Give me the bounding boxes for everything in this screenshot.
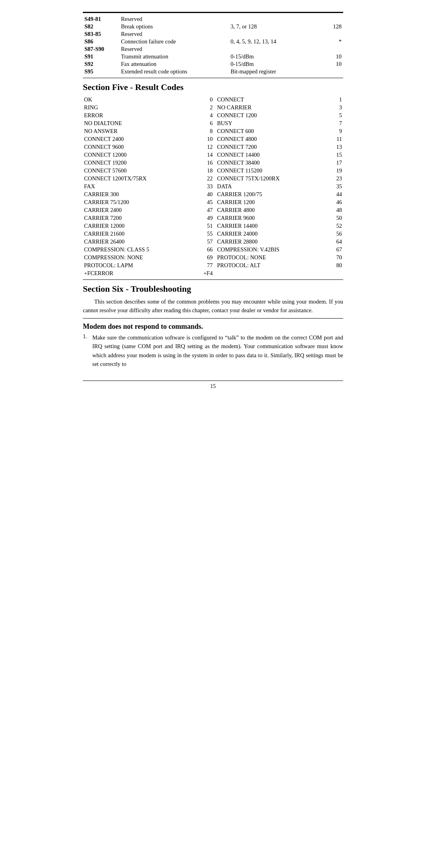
register-values: 0, 4, 5, 9, 12, 13, 14 bbox=[229, 38, 321, 45]
result-code-label2: CONNECT 600 bbox=[216, 127, 326, 135]
register-default: * bbox=[320, 38, 343, 45]
result-code-label: CARRIER 7200 bbox=[83, 214, 193, 222]
list-item-number: 1. bbox=[83, 333, 92, 340]
register-desc: Reserved bbox=[120, 30, 229, 38]
result-code-num: 6 bbox=[193, 119, 216, 127]
result-code-num: 49 bbox=[193, 214, 216, 222]
table-row: CARRIER 2160055CARRIER 2400056 bbox=[83, 230, 343, 238]
register-default bbox=[320, 15, 343, 23]
result-codes-table: OK0CONNECT1RING2NO CARRIER3ERROR4CONNECT… bbox=[83, 96, 343, 277]
result-code-label2: COMPRESSION: V.42BIS bbox=[216, 246, 326, 253]
table-row: CONNECT 5760018CONNECT 11520019 bbox=[83, 167, 343, 174]
result-code-num: 12 bbox=[193, 143, 216, 151]
result-code-num2: 64 bbox=[326, 238, 343, 246]
result-code-label2: PROTOCOL: NONE bbox=[216, 253, 326, 261]
result-code-num: 33 bbox=[193, 182, 216, 190]
result-code-label: CONNECT 1200TX/75RX bbox=[83, 174, 193, 182]
table-row: S87-S90Reserved bbox=[83, 45, 343, 53]
section-five-bottom-rule bbox=[83, 279, 343, 280]
register-desc: Reserved bbox=[120, 45, 229, 53]
table-row: NO DIALTONE6BUSY7 bbox=[83, 119, 343, 127]
result-code-num2: 56 bbox=[326, 230, 343, 238]
result-code-num2: 50 bbox=[326, 214, 343, 222]
result-code-label2: CARRIER 1200/75 bbox=[216, 190, 326, 198]
table-row: CARRIER 30040CARRIER 1200/7544 bbox=[83, 190, 343, 198]
table-row: CARRIER 2640057CARRIER 2880064 bbox=[83, 238, 343, 246]
result-code-num2: 48 bbox=[326, 206, 343, 214]
table-row: CARRIER 240047CARRIER 480048 bbox=[83, 206, 343, 214]
result-code-num2: 52 bbox=[326, 222, 343, 230]
result-code-num2: 46 bbox=[326, 198, 343, 206]
result-code-num: 47 bbox=[193, 206, 216, 214]
register-code: S86 bbox=[83, 38, 120, 45]
result-code-label2: CONNECT 75TX/1200RX bbox=[216, 174, 326, 182]
register-code: S87-S90 bbox=[83, 45, 120, 53]
table-row: S86Connection failure code0, 4, 5, 9, 12… bbox=[83, 38, 343, 45]
result-code-num2: 70 bbox=[326, 253, 343, 261]
result-code-label2: CONNECT bbox=[216, 96, 326, 103]
result-code-label: CARRIER 75/1200 bbox=[83, 198, 193, 206]
table-row: CONNECT 960012CONNECT 720013 bbox=[83, 143, 343, 151]
result-code-label: FAX bbox=[83, 182, 193, 190]
result-code-label2: CARRIER 28800 bbox=[216, 238, 326, 246]
result-code-num: 18 bbox=[193, 167, 216, 174]
result-code-label: CONNECT 2400 bbox=[83, 135, 193, 143]
table-row: COMPRESSION: CLASS 566COMPRESSION: V.42B… bbox=[83, 246, 343, 253]
table-row: NO ANSWER8CONNECT 6009 bbox=[83, 127, 343, 135]
result-code-label: PROTOCOL: LAPM bbox=[83, 261, 193, 269]
subsection-divider bbox=[83, 318, 343, 319]
table-row: S49-81Reserved bbox=[83, 15, 343, 23]
result-code-num: 66 bbox=[193, 246, 216, 253]
register-values: 0-15/dBm bbox=[229, 53, 321, 60]
result-code-num2: 11 bbox=[326, 135, 343, 143]
result-code-num2: 7 bbox=[326, 119, 343, 127]
table-row: S91Transmit attenuation0-15/dBm10 bbox=[83, 53, 343, 60]
register-default bbox=[320, 45, 343, 53]
result-code-num2: 5 bbox=[326, 111, 343, 119]
result-code-label: CONNECT 57600 bbox=[83, 167, 193, 174]
table-row: CARRIER 1200051CARRIER 1440052 bbox=[83, 222, 343, 230]
table-row: CONNECT 1200014CONNECT 1440015 bbox=[83, 151, 343, 159]
result-code-label2: CARRIER 24000 bbox=[216, 230, 326, 238]
result-code-label: ERROR bbox=[83, 111, 193, 119]
result-code-num: 14 bbox=[193, 151, 216, 159]
result-code-label2: CARRIER 14400 bbox=[216, 222, 326, 230]
table-row: FAX33DATA35 bbox=[83, 182, 343, 190]
list-item: 1.Make sure the communication software i… bbox=[83, 333, 343, 369]
register-values bbox=[229, 45, 321, 53]
result-code-label: OK bbox=[83, 96, 193, 103]
result-code-label2: CONNECT 14400 bbox=[216, 151, 326, 159]
result-code-num2: 23 bbox=[326, 174, 343, 182]
result-code-label: CARRIER 300 bbox=[83, 190, 193, 198]
subsection-one-title: Modem does not respond to commands. bbox=[83, 322, 343, 331]
result-code-num: 4 bbox=[193, 111, 216, 119]
table-row: CONNECT 1200TX/75RX22CONNECT 75TX/1200RX… bbox=[83, 174, 343, 182]
result-code-num2: 1 bbox=[326, 96, 343, 103]
result-code-num: 55 bbox=[193, 230, 216, 238]
result-code-num: 40 bbox=[193, 190, 216, 198]
result-code-label2: PROTOCOL: ALT bbox=[216, 261, 326, 269]
result-code-num2: 80 bbox=[326, 261, 343, 269]
table-row: S95Extended result code optionsBit-mappe… bbox=[83, 68, 343, 75]
result-code-label2: BUSY bbox=[216, 119, 326, 127]
result-code-label: NO DIALTONE bbox=[83, 119, 193, 127]
result-code-num: +F4 bbox=[193, 269, 216, 277]
table-row: OK0CONNECT1 bbox=[83, 96, 343, 103]
footer-rule bbox=[83, 381, 343, 381]
table-row: S92Fax attenuation0-15/dBm10 bbox=[83, 60, 343, 68]
result-code-num2: 3 bbox=[326, 103, 343, 111]
result-code-label: NO ANSWER bbox=[83, 127, 193, 135]
register-default: 10 bbox=[320, 60, 343, 68]
result-code-num: 10 bbox=[193, 135, 216, 143]
register-values: 0-15/dBm bbox=[229, 60, 321, 68]
page-footer: 15 bbox=[83, 381, 343, 390]
register-values: 3, 7, or 128 bbox=[229, 23, 321, 30]
result-code-num: 8 bbox=[193, 127, 216, 135]
result-code-label: CARRIER 21600 bbox=[83, 230, 193, 238]
result-code-num: 2 bbox=[193, 103, 216, 111]
register-default bbox=[320, 30, 343, 38]
result-code-num2: 17 bbox=[326, 159, 343, 167]
top-rule bbox=[83, 12, 343, 13]
table-row: S82Break options3, 7, or 128128 bbox=[83, 23, 343, 30]
register-default bbox=[320, 68, 343, 75]
